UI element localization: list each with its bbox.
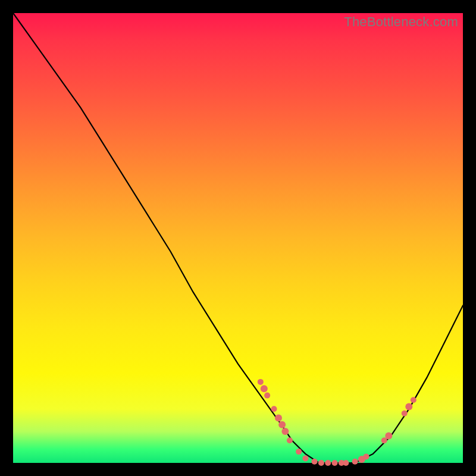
bottleneck-curve	[13, 13, 463, 463]
data-marker	[312, 459, 318, 465]
data-marker	[296, 449, 302, 455]
chart-frame: TheBottleneck.com	[13, 13, 463, 463]
data-marker	[364, 453, 369, 459]
data-marker	[385, 433, 392, 440]
data-marker	[258, 379, 264, 385]
data-marker	[281, 428, 289, 435]
data-marker	[271, 406, 277, 412]
data-marker	[352, 459, 358, 465]
data-marker	[318, 460, 324, 466]
data-marker	[278, 421, 286, 428]
data-marker	[325, 460, 331, 466]
chart-overlay	[13, 13, 463, 463]
data-marker	[411, 397, 416, 403]
marker-group	[258, 379, 416, 466]
data-marker	[264, 393, 270, 399]
data-marker	[287, 437, 293, 443]
data-marker	[275, 414, 282, 421]
data-marker	[332, 460, 338, 466]
data-marker	[343, 460, 349, 466]
data-marker	[302, 455, 308, 461]
data-marker	[261, 385, 268, 392]
data-marker	[402, 411, 408, 416]
data-marker	[405, 403, 412, 411]
